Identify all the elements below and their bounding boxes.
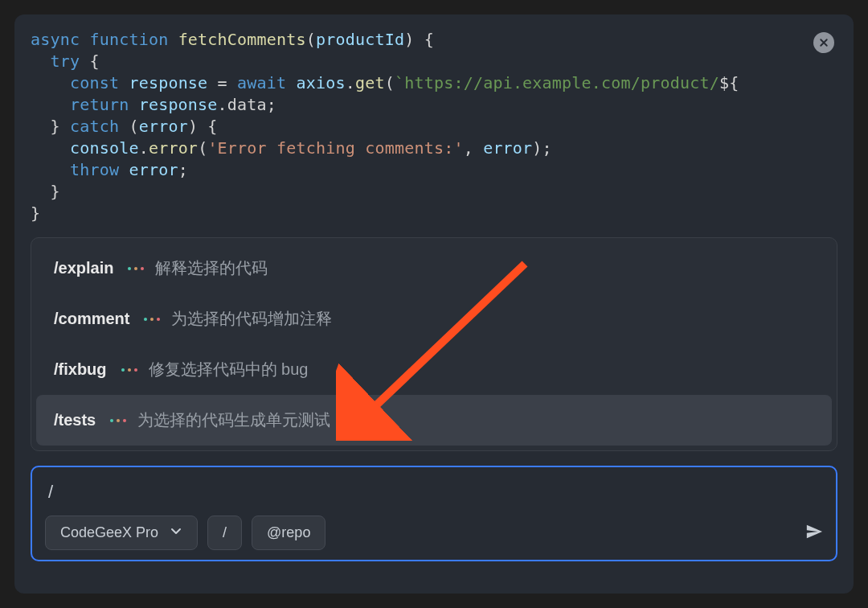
input-toolbar: CodeGeeX Pro / @repo [45,516,823,550]
command-suggestions: /explain解释选择的代码/comment为选择的代码增加注释/fixbug… [31,237,837,451]
assistant-panel: async function fetchComments(productId) … [14,14,854,594]
repo-chip-label: @repo [267,524,310,541]
command-name: /explain [54,259,113,277]
command-name: /tests [54,411,96,429]
command-desc: 修复选择代码中的 bug [149,359,309,380]
command-tests[interactable]: /tests为选择的代码生成单元测试 [36,395,832,446]
send-icon[interactable] [805,523,823,544]
command-desc: 为选择的代码增加注释 [171,308,332,330]
input-text[interactable]: / [45,479,823,503]
command-name: /comment [54,310,129,328]
command-fixbug[interactable]: /fixbug修复选择代码中的 bug [36,344,832,395]
command-comment[interactable]: /comment为选择的代码增加注释 [36,294,832,344]
slash-chip-label: / [223,524,227,541]
command-desc: 解释选择的代码 [155,257,268,279]
chat-input[interactable]: / CodeGeeX Pro / @repo [31,466,837,561]
dots-icon [121,368,137,372]
close-icon[interactable] [813,32,834,53]
code-text: async function fetchComments(productId) … [31,29,837,224]
command-explain[interactable]: /explain解释选择的代码 [36,243,832,294]
dots-icon [110,419,126,422]
dots-icon [144,318,160,321]
model-label: CodeGeeX Pro [60,524,158,541]
code-block: async function fetchComments(productId) … [31,29,837,224]
model-selector[interactable]: CodeGeeX Pro [45,516,198,550]
slash-commands-button[interactable]: / [207,516,242,550]
repo-context-button[interactable]: @repo [252,516,326,550]
command-name: /fixbug [54,360,107,379]
chevron-down-icon [170,524,182,541]
command-desc: 为选择的代码生成单元测试 [137,409,330,431]
dots-icon [128,267,144,270]
